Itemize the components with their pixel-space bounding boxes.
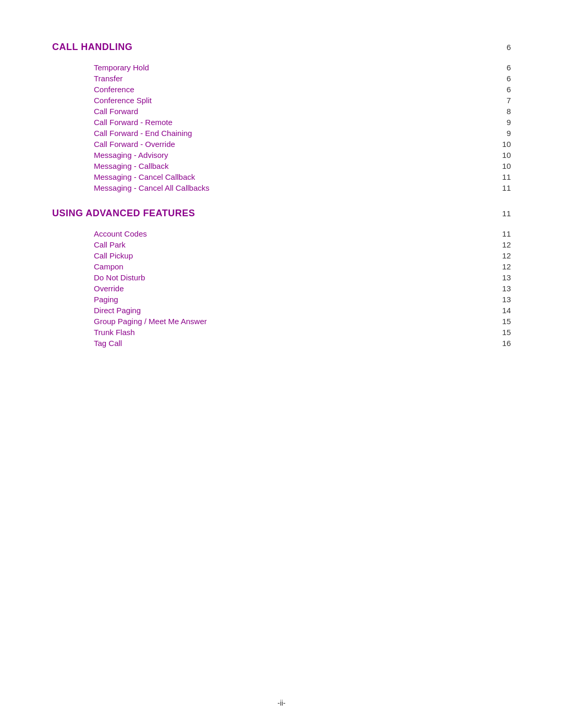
- toc-page-number: 13: [495, 295, 511, 304]
- toc-page-number: 12: [495, 262, 511, 271]
- list-item: Transfer: [94, 74, 123, 83]
- list-item: Group Paging / Meet Me Answer: [94, 317, 207, 326]
- toc-page-number: 14: [495, 306, 511, 315]
- toc-page-number: 6: [495, 85, 511, 94]
- list-item: Account Codes: [94, 229, 147, 238]
- table-row[interactable]: Direct Paging14: [94, 306, 511, 315]
- table-row[interactable]: Call Forward8: [94, 107, 511, 116]
- table-row[interactable]: Campon12: [94, 262, 511, 271]
- section-heading-row-1: USING ADVANCED FEATURES11: [52, 208, 511, 219]
- list-item: Call Pickup: [94, 251, 133, 260]
- table-row[interactable]: Messaging - Advisory10: [94, 151, 511, 159]
- list-item: Override: [94, 284, 124, 293]
- list-item: Temporary Hold: [94, 63, 149, 72]
- toc-page-number: 10: [495, 151, 511, 159]
- list-item: Conference Split: [94, 96, 152, 105]
- toc-page-number: 13: [495, 284, 511, 293]
- footer-text: -ii-: [277, 699, 286, 707]
- table-row[interactable]: Call Park12: [94, 240, 511, 249]
- toc-page-number: 12: [495, 240, 511, 249]
- toc-page-number: 11: [495, 229, 511, 238]
- toc-page-number: 13: [495, 273, 511, 282]
- toc-page-number: 10: [495, 140, 511, 149]
- toc-page-number: 9: [495, 118, 511, 127]
- section-heading-1: USING ADVANCED FEATURES: [52, 208, 195, 219]
- toc-page-number: 16: [495, 339, 511, 348]
- table-row[interactable]: Account Codes11: [94, 229, 511, 238]
- list-item: Direct Paging: [94, 306, 141, 315]
- toc-page-number: 10: [495, 162, 511, 170]
- list-item: Messaging - Callback: [94, 162, 168, 170]
- toc-page-number: 6: [495, 74, 511, 83]
- toc-page-number: 11: [495, 183, 511, 192]
- toc-entries-0: Temporary Hold6Transfer6Conference6Confe…: [94, 63, 511, 192]
- list-item: Messaging - Advisory: [94, 151, 168, 159]
- table-row[interactable]: Conference6: [94, 85, 511, 94]
- section-heading-page-0: 6: [495, 43, 511, 52]
- table-row[interactable]: Call Forward - Override10: [94, 140, 511, 149]
- list-item: Do Not Disturb: [94, 273, 145, 282]
- list-item: Call Forward - Override: [94, 140, 175, 149]
- table-row[interactable]: Call Pickup12: [94, 251, 511, 260]
- table-row[interactable]: Transfer6: [94, 74, 511, 83]
- table-row[interactable]: Messaging - Cancel Callback11: [94, 172, 511, 181]
- list-item: Conference: [94, 85, 134, 94]
- toc-page-number: 9: [495, 129, 511, 138]
- table-row[interactable]: Conference Split7: [94, 96, 511, 105]
- table-row[interactable]: Messaging - Cancel All Callbacks11: [94, 183, 511, 192]
- toc-entries-1: Account Codes11Call Park12Call Pickup12C…: [94, 229, 511, 348]
- table-row[interactable]: Call Forward - Remote9: [94, 118, 511, 127]
- list-item: Trunk Flash: [94, 328, 135, 337]
- toc-page-number: 15: [495, 328, 511, 337]
- section-heading-0: CALL HANDLING: [52, 42, 132, 53]
- list-item: Call Park: [94, 240, 126, 249]
- table-row[interactable]: Group Paging / Meet Me Answer15: [94, 317, 511, 326]
- toc-page-number: 12: [495, 251, 511, 260]
- list-item: Call Forward - Remote: [94, 118, 173, 127]
- table-row[interactable]: Call Forward - End Chaining9: [94, 129, 511, 138]
- table-row[interactable]: Override13: [94, 284, 511, 293]
- list-item: Call Forward: [94, 107, 138, 116]
- list-item: Campon: [94, 262, 124, 271]
- toc-page-number: 8: [495, 107, 511, 116]
- toc-page-number: 6: [495, 63, 511, 72]
- list-item: Call Forward - End Chaining: [94, 129, 192, 138]
- table-row[interactable]: Tag Call16: [94, 339, 511, 348]
- table-row[interactable]: Do Not Disturb13: [94, 273, 511, 282]
- toc-page-number: 11: [495, 172, 511, 181]
- table-row[interactable]: Temporary Hold6: [94, 63, 511, 72]
- page: CALL HANDLING6Temporary Hold6Transfer6Co…: [0, 0, 563, 728]
- section-heading-row-0: CALL HANDLING6: [52, 42, 511, 53]
- page-footer: -ii-: [0, 699, 563, 707]
- table-row[interactable]: Trunk Flash15: [94, 328, 511, 337]
- toc-page-number: 7: [495, 96, 511, 105]
- section-heading-page-1: 11: [495, 209, 511, 218]
- list-item: Tag Call: [94, 339, 122, 348]
- table-row[interactable]: Messaging - Callback10: [94, 162, 511, 170]
- list-item: Paging: [94, 295, 118, 304]
- list-item: Messaging - Cancel All Callbacks: [94, 183, 210, 192]
- list-item: Messaging - Cancel Callback: [94, 172, 195, 181]
- toc-page-number: 15: [495, 317, 511, 326]
- table-row[interactable]: Paging13: [94, 295, 511, 304]
